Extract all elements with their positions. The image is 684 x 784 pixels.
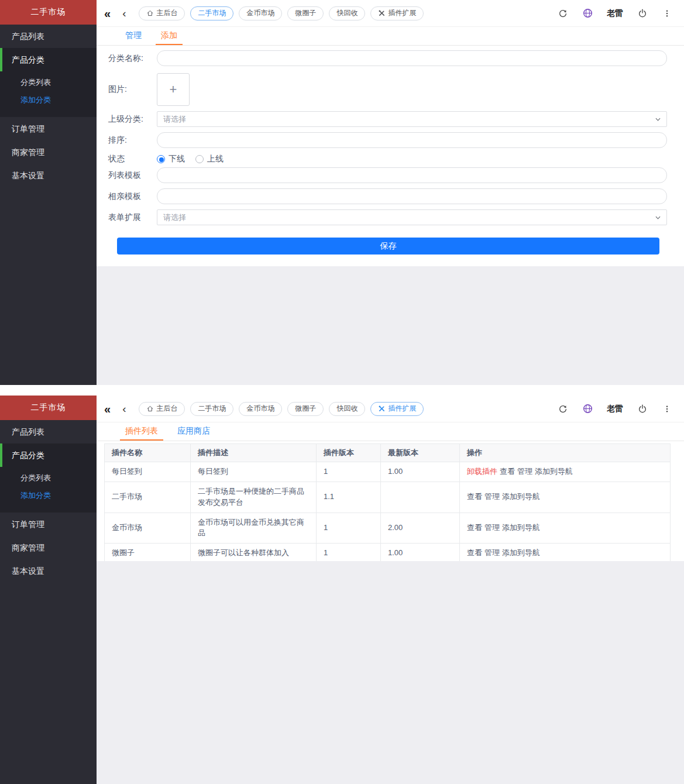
plugin-version: 1 bbox=[317, 462, 381, 482]
logout-power-icon[interactable] bbox=[637, 404, 648, 414]
nav-pill-main-admin[interactable]: 主后台 bbox=[139, 402, 185, 416]
sidebar-item-product-list[interactable]: 产品列表 bbox=[0, 420, 97, 443]
nav-pill-label: 二手市场 bbox=[198, 404, 226, 414]
nav-pill-label: 主后台 bbox=[156, 404, 177, 414]
plugin-version: 1.1 bbox=[317, 482, 381, 513]
parent-category-select[interactable]: 请选择 bbox=[157, 111, 667, 127]
sidebar-subitem-add-category[interactable]: 添加分类 bbox=[0, 487, 97, 504]
match-template-input[interactable] bbox=[157, 188, 667, 204]
collapse-sidebar-icon[interactable]: « bbox=[104, 8, 111, 19]
nav-pill-coin-market[interactable]: 金币市场 bbox=[239, 6, 282, 20]
col-plugin-name: 插件名称 bbox=[105, 444, 191, 462]
view-link[interactable]: 查看 bbox=[500, 467, 515, 476]
nav-right-group: 老雷 bbox=[544, 8, 672, 19]
sort-input[interactable] bbox=[157, 132, 667, 148]
nav-pill-secondhand-market[interactable]: 二手市场 bbox=[190, 6, 233, 20]
nav-pill-main-admin[interactable]: 主后台 bbox=[139, 6, 185, 20]
logout-power-icon[interactable] bbox=[637, 8, 648, 19]
plugin-desc: 每日签到 bbox=[191, 462, 317, 482]
form-extension-select[interactable]: 请选择 bbox=[157, 209, 667, 225]
nav-pill-label: 微圈子 bbox=[295, 8, 316, 18]
sidebar-item-basic-settings[interactable]: 基本设置 bbox=[0, 164, 97, 187]
back-icon[interactable]: ‹ bbox=[122, 403, 126, 414]
language-globe-icon[interactable] bbox=[582, 8, 593, 19]
add-to-nav-link[interactable]: 添加到导航 bbox=[535, 467, 573, 476]
view-link[interactable]: 查看 bbox=[467, 492, 482, 501]
top-nav: « ‹ 主后台 二手市场 金币市场 微圈子 快回收 bbox=[97, 396, 684, 422]
screen-plugin-list: 二手市场 产品列表 产品分类 分类列表 添加分类 订单管理 商家管理 基本设置 … bbox=[0, 396, 684, 784]
save-button[interactable]: 保存 bbox=[117, 238, 659, 255]
sidebar-item-product-list[interactable]: 产品列表 bbox=[0, 25, 97, 48]
uninstall-plugin-link[interactable]: 卸载插件 bbox=[467, 467, 497, 476]
more-kebab-icon[interactable] bbox=[662, 404, 672, 414]
refresh-icon[interactable] bbox=[558, 404, 568, 414]
language-globe-icon[interactable] bbox=[582, 404, 593, 414]
tools-icon bbox=[378, 9, 386, 17]
status-radio-online[interactable]: 上线 bbox=[195, 154, 224, 164]
back-icon[interactable]: ‹ bbox=[122, 8, 126, 19]
nav-pill-micro-circle[interactable]: 微圈子 bbox=[287, 402, 324, 416]
sidebar-item-basic-settings[interactable]: 基本设置 bbox=[0, 559, 97, 583]
sidebar-item-order-mgmt[interactable]: 订单管理 bbox=[0, 117, 97, 140]
sidebar-item-merchant-mgmt[interactable]: 商家管理 bbox=[0, 536, 97, 559]
view-link[interactable]: 查看 bbox=[467, 548, 482, 557]
top-nav: « ‹ 主后台 二手市场 金币市场 微圈子 快回收 bbox=[97, 0, 684, 27]
main-area: « ‹ 主后台 二手市场 金币市场 微圈子 快回收 bbox=[97, 396, 684, 784]
nav-pill-micro-circle[interactable]: 微圈子 bbox=[287, 6, 324, 20]
match-template-label: 相亲模板 bbox=[108, 191, 157, 202]
sidebar-item-product-category[interactable]: 产品分类 bbox=[0, 443, 97, 467]
table-row: 二手市场 二手市场是一种便捷的二手商品发布交易平台 1.1 查看管理添加到导航 bbox=[105, 482, 671, 513]
sidebar-item-product-category[interactable]: 产品分类 bbox=[0, 48, 97, 71]
tab-plugin-list[interactable]: 插件列表 bbox=[120, 422, 163, 441]
table-header-row: 插件名称 插件描述 插件版本 最新版本 操作 bbox=[105, 444, 671, 462]
manage-link[interactable]: 管理 bbox=[517, 467, 532, 476]
sidebar-item-merchant-mgmt[interactable]: 商家管理 bbox=[0, 140, 97, 164]
plugin-desc: 微圈子可以让各种群体加入 bbox=[191, 544, 317, 561]
sidebar-item-order-mgmt[interactable]: 订单管理 bbox=[0, 513, 97, 536]
list-template-label: 列表模板 bbox=[108, 170, 157, 181]
manage-link[interactable]: 管理 bbox=[484, 548, 500, 557]
nav-pill-label: 主后台 bbox=[156, 8, 177, 18]
nav-pill-quick-recycle[interactable]: 快回收 bbox=[329, 402, 365, 416]
category-name-input[interactable] bbox=[157, 50, 667, 66]
add-to-nav-link[interactable]: 添加到导航 bbox=[502, 523, 540, 532]
radio-checked-icon bbox=[157, 155, 165, 163]
sidebar-subitem-add-category[interactable]: 添加分类 bbox=[0, 91, 97, 109]
image-upload-button[interactable]: + bbox=[157, 73, 190, 106]
add-to-nav-link[interactable]: 添加到导航 bbox=[502, 548, 540, 557]
nav-pill-quick-recycle[interactable]: 快回收 bbox=[329, 6, 365, 20]
list-template-input[interactable] bbox=[157, 167, 667, 183]
sidebar-subitem-category-list[interactable]: 分类列表 bbox=[0, 469, 97, 487]
table-row: 每日签到 每日签到 1 1.00 卸载插件查看管理添加到导航 bbox=[105, 462, 671, 482]
add-to-nav-link[interactable]: 添加到导航 bbox=[502, 492, 540, 501]
nav-pill-label: 插件扩展 bbox=[388, 404, 416, 414]
view-link[interactable]: 查看 bbox=[467, 523, 482, 532]
tab-manage[interactable]: 管理 bbox=[120, 27, 147, 45]
status-radio-offline[interactable]: 下线 bbox=[157, 154, 185, 164]
more-kebab-icon[interactable] bbox=[662, 8, 672, 19]
nav-pill-label: 插件扩展 bbox=[388, 8, 416, 18]
tab-add[interactable]: 添加 bbox=[156, 27, 183, 45]
sidebar: 二手市场 产品列表 产品分类 分类列表 添加分类 订单管理 商家管理 基本设置 bbox=[0, 396, 97, 784]
plugin-version: 1 bbox=[317, 513, 381, 544]
manage-link[interactable]: 管理 bbox=[484, 523, 500, 532]
username[interactable]: 老雷 bbox=[607, 404, 623, 414]
refresh-icon[interactable] bbox=[558, 8, 568, 19]
latest-version: 2.00 bbox=[381, 513, 460, 544]
nav-pill-secondhand-market[interactable]: 二手市场 bbox=[190, 402, 233, 416]
nav-pill-label: 二手市场 bbox=[198, 8, 226, 18]
collapse-sidebar-icon[interactable]: « bbox=[104, 403, 111, 415]
nav-pill-plugin-extension[interactable]: 插件扩展 bbox=[370, 402, 424, 416]
plugin-version: 1 bbox=[317, 544, 381, 561]
tab-app-store[interactable]: 应用商店 bbox=[172, 422, 215, 441]
actions-cell: 查看管理添加到导航 bbox=[460, 544, 671, 561]
home-icon bbox=[146, 9, 154, 17]
screen-category-form: 二手市场 产品列表 产品分类 分类列表 添加分类 订单管理 商家管理 基本设置 … bbox=[0, 0, 684, 385]
nav-pill-coin-market[interactable]: 金币市场 bbox=[239, 402, 282, 416]
sidebar-subitem-category-list[interactable]: 分类列表 bbox=[0, 74, 97, 91]
plugin-list-panel: 插件列表 应用商店 插件名称 插件描述 插件版本 最新版本 操作 bbox=[97, 422, 684, 561]
plugin-name: 每日签到 bbox=[105, 462, 191, 482]
manage-link[interactable]: 管理 bbox=[484, 492, 500, 501]
nav-pill-plugin-extension[interactable]: 插件扩展 bbox=[370, 6, 424, 20]
username[interactable]: 老雷 bbox=[607, 8, 623, 19]
